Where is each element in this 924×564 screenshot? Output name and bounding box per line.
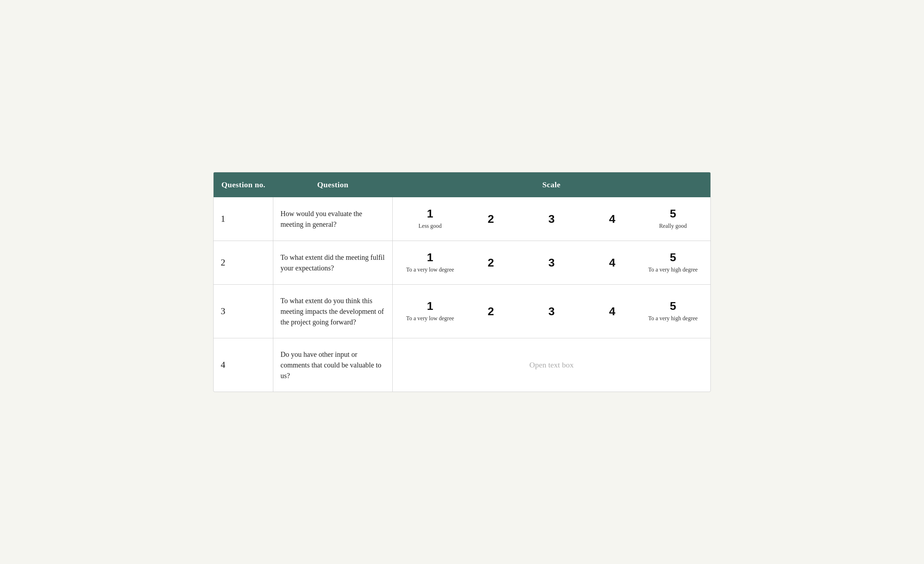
scale-number-4: 4 [609, 213, 615, 225]
scale-label-5: To a very high degree [648, 266, 698, 274]
scale-label-1: To a very low degree [406, 315, 454, 322]
question-text: How would you evaluate the meeting in ge… [280, 210, 362, 228]
scale-item-2: 2 [460, 257, 521, 268]
header-question: Question [273, 172, 393, 197]
question-number: 1 [221, 214, 225, 224]
scale-item-1: 1To a very low degree [400, 252, 460, 274]
scale-number-3: 3 [548, 257, 555, 268]
scale-label-1: To a very low degree [406, 266, 454, 274]
scale-item-1: 1To a very low degree [400, 300, 460, 322]
scale-item-1: 1Less good [400, 208, 460, 230]
survey-table-wrapper: Question no. Question Scale 1How would y… [213, 172, 711, 392]
question-text: To what extent do you think this meeting… [280, 297, 384, 326]
question-text-cell: To what extent do you think this meeting… [273, 284, 393, 338]
scale-number-5: 5 [670, 300, 676, 312]
scale-number-2: 2 [488, 213, 494, 225]
question-text: Do you have other input or comments that… [280, 350, 381, 380]
scale-cell: 1To a very low degree2345To a very high … [392, 241, 710, 285]
question-number: 3 [221, 306, 225, 316]
question-number: 2 [221, 257, 225, 268]
scale-item-5: 5To a very high degree [642, 252, 703, 274]
question-number-cell: 2 [214, 241, 273, 285]
table-row: 3To what extent do you think this meetin… [214, 284, 710, 338]
scale-container: 1To a very low degree2345To a very high … [400, 252, 703, 274]
table-row: 1How would you evaluate the meeting in g… [214, 197, 710, 241]
scale-item-4: 4 [582, 306, 642, 317]
scale-number-4: 4 [609, 257, 615, 268]
scale-label-5: Really good [659, 222, 687, 230]
open-text-label[interactable]: Open text box [400, 353, 703, 377]
scale-item-5: 5Really good [642, 208, 703, 230]
scale-cell: 1To a very low degree2345To a very high … [392, 284, 710, 338]
survey-table: Question no. Question Scale 1How would y… [214, 172, 710, 391]
scale-label-1: Less good [418, 222, 442, 230]
scale-item-3: 3 [521, 213, 582, 225]
scale-number-4: 4 [609, 306, 615, 317]
scale-container: 1Less good2345Really good [400, 208, 703, 230]
scale-item-2: 2 [460, 306, 521, 317]
table-row: 2To what extent did the meeting fulfil y… [214, 241, 710, 285]
question-number-cell: 3 [214, 284, 273, 338]
header-question-no: Question no. [214, 172, 273, 197]
scale-cell: Open text box [392, 338, 710, 392]
scale-number-5: 5 [670, 208, 676, 219]
scale-number-1: 1 [427, 208, 433, 219]
scale-item-5: 5To a very high degree [642, 300, 703, 322]
question-number: 4 [221, 360, 225, 370]
scale-number-1: 1 [427, 300, 433, 312]
question-number-cell: 1 [214, 197, 273, 241]
question-number-cell: 4 [214, 338, 273, 392]
question-text: To what extent did the meeting fulfil yo… [280, 254, 384, 272]
question-text-cell: Do you have other input or comments that… [273, 338, 393, 392]
question-text-cell: How would you evaluate the meeting in ge… [273, 197, 393, 241]
scale-number-3: 3 [548, 306, 555, 317]
scale-item-3: 3 [521, 257, 582, 268]
scale-container: 1To a very low degree2345To a very high … [400, 300, 703, 322]
table-header-row: Question no. Question Scale [214, 172, 710, 197]
scale-item-3: 3 [521, 306, 582, 317]
scale-item-4: 4 [582, 213, 642, 225]
scale-item-4: 4 [582, 257, 642, 268]
question-text-cell: To what extent did the meeting fulfil yo… [273, 241, 393, 285]
scale-number-5: 5 [670, 252, 676, 263]
table-row: 4Do you have other input or comments tha… [214, 338, 710, 392]
scale-cell: 1Less good2345Really good [392, 197, 710, 241]
scale-item-2: 2 [460, 213, 521, 225]
header-scale: Scale [392, 172, 710, 197]
scale-label-5: To a very high degree [648, 315, 698, 322]
scale-number-3: 3 [548, 213, 555, 225]
scale-number-2: 2 [488, 257, 494, 268]
scale-number-1: 1 [427, 252, 433, 263]
scale-number-2: 2 [488, 306, 494, 317]
